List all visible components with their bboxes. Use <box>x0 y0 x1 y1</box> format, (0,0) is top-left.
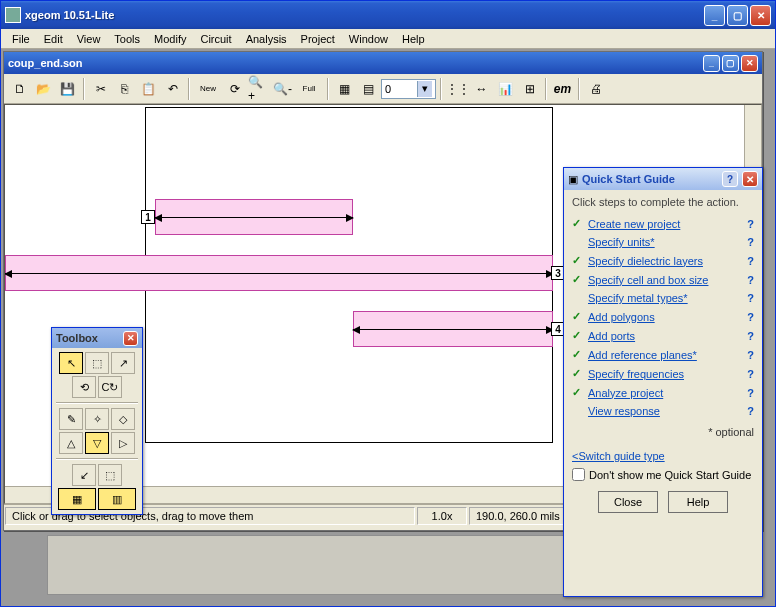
snap-grid-icon[interactable]: ⋮⋮ <box>446 77 469 100</box>
new-file-icon[interactable]: 🗋 <box>8 77 31 100</box>
toolbox-title: Toolbox <box>56 332 123 344</box>
extra-icon[interactable]: ⊞ <box>518 77 541 100</box>
qsg-step-help-icon[interactable]: ? <box>747 274 754 286</box>
qsg-step-help-icon[interactable]: ? <box>747 236 754 248</box>
doc-close-button[interactable]: ✕ <box>741 55 758 72</box>
menu-help[interactable]: Help <box>395 31 432 47</box>
qsg-step-link[interactable]: Specify units* <box>588 236 743 248</box>
zoom-in-icon[interactable]: 🔍+ <box>247 77 270 100</box>
zoom-full-button[interactable]: Full <box>295 77 323 100</box>
dimension-line-1 <box>155 217 353 218</box>
dimension-line-3 <box>5 273 553 274</box>
qsg-step-link[interactable]: Specify cell and box size <box>588 274 743 286</box>
qsg-step-10: View response? <box>572 402 754 420</box>
grid-toggle-icon[interactable]: ▦ <box>333 77 356 100</box>
qsg-step-help-icon[interactable]: ? <box>747 405 754 417</box>
tool-select-rect[interactable]: ⬚ <box>85 352 109 374</box>
new-button[interactable]: New <box>194 77 222 100</box>
print-icon[interactable]: 🖨 <box>584 77 607 100</box>
qsg-close-btn[interactable]: Close <box>598 491 658 513</box>
menu-file[interactable]: File <box>5 31 37 47</box>
qsg-step-help-icon[interactable]: ? <box>747 311 754 323</box>
quick-start-guide: ▣ Quick Start Guide ? ✕ Click steps to c… <box>563 167 763 597</box>
qsg-step-help-icon[interactable]: ? <box>747 218 754 230</box>
cut-icon[interactable]: ✂ <box>89 77 112 100</box>
qsg-dontshow-checkbox[interactable] <box>572 468 585 481</box>
tool-tri-up[interactable]: △ <box>59 432 83 454</box>
maximize-button[interactable]: ▢ <box>727 5 748 26</box>
qsg-step-help-icon[interactable]: ? <box>747 387 754 399</box>
qsg-step-help-icon[interactable]: ? <box>747 349 754 361</box>
undo-icon[interactable]: ↶ <box>161 77 184 100</box>
qsg-step-list: ✓Create new project?Specify units*?✓Spec… <box>572 214 754 420</box>
qsg-titlebar[interactable]: ▣ Quick Start Guide ? ✕ <box>564 168 762 190</box>
doc-minimize-button[interactable]: _ <box>703 55 720 72</box>
qsg-help-btn[interactable]: Help <box>668 491 728 513</box>
save-icon[interactable]: 💾 <box>56 77 79 100</box>
tool-rect[interactable]: ⬚ <box>98 464 122 486</box>
toolbox-titlebar[interactable]: Toolbox ✕ <box>52 328 142 348</box>
tool-select-lasso[interactable]: ↗ <box>111 352 135 374</box>
open-icon[interactable]: 📂 <box>32 77 55 100</box>
qsg-step-link[interactable]: Create new project <box>588 218 743 230</box>
qsg-step-help-icon[interactable]: ? <box>747 292 754 304</box>
qsg-step-link[interactable]: Add ports <box>588 330 743 342</box>
zoom-out-icon[interactable]: 🔍- <box>271 77 294 100</box>
tool-hatch-b[interactable]: ▥ <box>98 488 136 510</box>
qsg-switch-link[interactable]: <Switch guide type <box>572 450 754 462</box>
qsg-step-help-icon[interactable]: ? <box>747 368 754 380</box>
qsg-optional-note: * optional <box>572 426 754 438</box>
menu-edit[interactable]: Edit <box>37 31 70 47</box>
tool-tri-right[interactable]: ▷ <box>111 432 135 454</box>
tool-tri-down[interactable]: ▽ <box>85 432 109 454</box>
check-icon: ✓ <box>572 386 584 399</box>
refresh-icon[interactable]: ⟳ <box>223 77 246 100</box>
copy-icon[interactable]: ⎘ <box>113 77 136 100</box>
qsg-step-link[interactable]: View response <box>588 405 743 417</box>
menu-view[interactable]: View <box>70 31 108 47</box>
layer-combo[interactable]: 0 ▾ <box>381 79 436 99</box>
check-icon: ✓ <box>572 217 584 230</box>
menu-modify[interactable]: Modify <box>147 31 193 47</box>
menu-window[interactable]: Window <box>342 31 395 47</box>
toolbar: 🗋 📂 💾 ✂ ⎘ 📋 ↶ New ⟳ 🔍+ 🔍- Full ▦ ▤ 0 <box>4 74 762 104</box>
qsg-step-help-icon[interactable]: ? <box>747 330 754 342</box>
menu-analysis[interactable]: Analysis <box>239 31 294 47</box>
toolbox-close-button[interactable]: ✕ <box>123 331 138 346</box>
qsg-step-help-icon[interactable]: ? <box>747 255 754 267</box>
menu-tools[interactable]: Tools <box>107 31 147 47</box>
menu-circuit[interactable]: Circuit <box>193 31 238 47</box>
qsg-step-link[interactable]: Analyze project <box>588 387 743 399</box>
tool-diamond[interactable]: ◇ <box>111 408 135 430</box>
doc-maximize-button[interactable]: ▢ <box>722 55 739 72</box>
qsg-help-icon[interactable]: ? <box>722 171 738 187</box>
em-button[interactable]: em <box>551 77 574 100</box>
paste-icon[interactable]: 📋 <box>137 77 160 100</box>
tool-rotate[interactable]: ⟲ <box>72 376 96 398</box>
port-1[interactable]: 1 <box>141 210 155 224</box>
check-icon: ✓ <box>572 310 584 323</box>
qsg-step-link[interactable]: Add reference planes* <box>588 349 743 361</box>
qsg-step-link[interactable]: Add polygons <box>588 311 743 323</box>
minimize-button[interactable]: _ <box>704 5 725 26</box>
app-title: xgeom 10.51-Lite <box>25 9 704 21</box>
tool-pointer[interactable]: ↖ <box>59 352 83 374</box>
tool-hatch-a[interactable]: ▦ <box>58 488 96 510</box>
qsg-close-button[interactable]: ✕ <box>742 171 758 187</box>
close-button[interactable]: ✕ <box>750 5 771 26</box>
tool-move[interactable]: ↙ <box>72 464 96 486</box>
tool-draw[interactable]: ✎ <box>59 408 83 430</box>
qsg-step-7: ✓Add reference planes*? <box>572 345 754 364</box>
chevron-down-icon[interactable]: ▾ <box>417 81 432 97</box>
qsg-step-3: ✓Specify cell and box size? <box>572 270 754 289</box>
qsg-step-link[interactable]: Specify dielectric layers <box>588 255 743 267</box>
graph-icon[interactable]: 📊 <box>494 77 517 100</box>
tool-star[interactable]: ✧ <box>85 408 109 430</box>
menu-project[interactable]: Project <box>294 31 342 47</box>
qsg-step-link[interactable]: Specify metal types* <box>588 292 743 304</box>
tool-reshape[interactable]: C↻ <box>98 376 122 398</box>
qsg-step-link[interactable]: Specify frequencies <box>588 368 743 380</box>
check-icon: ✓ <box>572 273 584 286</box>
layers-icon[interactable]: ▤ <box>357 77 380 100</box>
dimension-icon[interactable]: ↔ <box>470 77 493 100</box>
